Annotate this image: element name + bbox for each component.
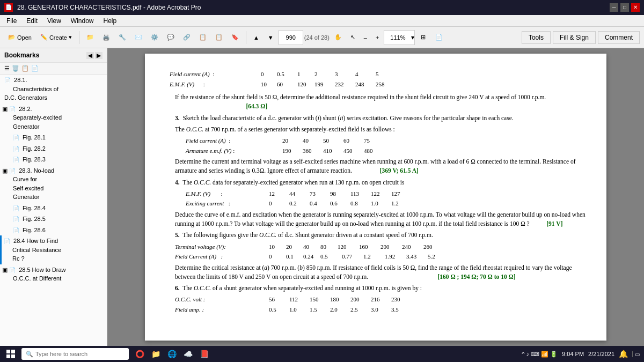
taskbar-cloud[interactable]: ☁️	[181, 348, 194, 360]
q4-arm-label: Armature e.m.f. (V) :	[186, 146, 282, 156]
q7-volt-0: 56	[269, 295, 289, 304]
tool-btn-10[interactable]: 🔖	[228, 29, 243, 46]
fig-28-4-label: Fig. 28.4	[23, 205, 46, 211]
taskbar-file-explorer[interactable]: 📁	[149, 348, 162, 360]
tool-btn-8[interactable]: 📋	[195, 29, 210, 46]
zoom-input[interactable]	[384, 34, 411, 41]
page-view-btn[interactable]: 📄	[431, 29, 447, 46]
tool-btn-4[interactable]: ✉️	[131, 29, 146, 46]
minus-button[interactable]: –	[360, 29, 371, 46]
expand-button[interactable]: ▶	[95, 52, 103, 59]
q7-amp-6: 3.5	[391, 305, 412, 314]
search-icon: 🔍	[26, 351, 33, 358]
close-button[interactable]: ✕	[631, 3, 640, 12]
fc-0: 0	[261, 70, 277, 79]
q6-fc-8: 5.2	[428, 252, 449, 261]
sidebar-icon-2[interactable]: 🗑️	[12, 65, 19, 72]
q6-intro: 5. The following figures give the O.C.C.…	[164, 231, 587, 240]
sidebar-item-fig-28-6[interactable]: 📄 Fig. 28.6	[0, 225, 107, 236]
tree-doc-icon-3: 📄	[13, 135, 19, 141]
q5-exc-1: 0.2	[289, 199, 310, 208]
menu-file[interactable]: File	[2, 16, 21, 26]
document-page: Field current (A) : 0 0.5 1 2 3 4 5 E.M.…	[145, 54, 606, 341]
q4-arm-1: 360	[303, 146, 323, 156]
sidebar-item-28-2[interactable]: ▣ 📄 28.2.Separately-excitedGenerator	[0, 104, 107, 132]
taskbar-date: 2/21/2021	[588, 351, 614, 357]
q6-fc-7: 3.43	[406, 252, 428, 261]
toolbar: 📂 Open ✏️ Create ▾ 📁 🖨️ 🔧 ✉️ ⚙️ 💬 🔗 📋 📋 …	[0, 27, 644, 48]
tree-doc-icon: 📄	[4, 77, 11, 83]
right-toolbar: Tools Fill & Sign Comment	[522, 31, 640, 44]
start-button[interactable]	[4, 348, 17, 360]
menu-help[interactable]: Help	[99, 16, 121, 26]
menu-view[interactable]: View	[43, 16, 65, 26]
comment-button[interactable]: Comment	[598, 31, 640, 44]
q7-volt-1: 112	[289, 295, 310, 304]
sidebar-item-28-3[interactable]: ▣ 📄 28.3. No-loadCurve forSelf-excitedGe…	[0, 165, 107, 203]
nav-up-button[interactable]: ▲	[250, 29, 263, 46]
sidebar-icon-3[interactable]: 📋	[21, 65, 29, 72]
sidebar-item-fig-28-4[interactable]: 📄 Fig. 28.4	[0, 203, 107, 214]
minimize-button[interactable]: ─	[610, 3, 618, 12]
q6-answer: [160 Ω ; 194 Ω; 70 Ω to 10 Ω]	[370, 274, 516, 280]
maximize-button[interactable]: □	[620, 3, 629, 12]
tool-btn-2[interactable]: 🖨️	[99, 29, 114, 46]
sidebar-item-28-1[interactable]: 📄 28.1.Characteristics ofD.C. Generators	[0, 75, 107, 104]
svg-rect-0	[6, 350, 10, 353]
document-area[interactable]: Field current (A) : 0 0.5 1 2 3 4 5 E.M.…	[107, 48, 644, 346]
create-button[interactable]: ✏️ Create ▾	[36, 29, 76, 46]
sidebar-item-label: 28.1.Characteristics ofD.C. Generators	[4, 77, 58, 101]
q5-exc-4: 0.8	[350, 199, 371, 208]
page-number-input[interactable]	[280, 34, 302, 41]
q7-amp-1: 1.0	[289, 305, 310, 314]
select-tool-button[interactable]: ↖	[347, 29, 359, 46]
menu-bar: File Edit View Window Help	[0, 15, 644, 27]
tool-btn-9[interactable]: 📋	[211, 29, 226, 46]
fc-4: 3	[335, 70, 355, 79]
tool-btn-7[interactable]: 🔗	[179, 29, 194, 46]
menu-edit[interactable]: Edit	[22, 16, 42, 26]
taskbar-icons: ⭕ 📁 🌐 ☁️ 📕	[133, 348, 210, 360]
emf-3: 199	[314, 80, 335, 89]
notification-icon[interactable]: 🔔	[619, 350, 628, 358]
fill-sign-button[interactable]: Fill & Sign	[553, 31, 596, 44]
menu-window[interactable]: Window	[67, 16, 98, 26]
sidebar-item-fig-28-2[interactable]: 📄 Fig. 28.2	[0, 143, 107, 154]
sidebar-28-4-label: 28.4 How to FindCritical ResistanceRc ?	[4, 238, 61, 262]
emf-6: 258	[376, 80, 396, 89]
emf-0: 10	[261, 80, 277, 89]
tool-btn-3[interactable]: 🔧	[115, 29, 130, 46]
sidebar-controls: ◀ ▶	[86, 52, 103, 59]
sidebar-item-fig-28-1[interactable]: 📄 Fig. 28.1	[0, 132, 107, 143]
q6-fc-2: 0.24	[303, 252, 320, 261]
search-bar[interactable]: 🔍 Type here to search	[21, 348, 129, 360]
taskbar-cortana[interactable]: ⭕	[133, 348, 146, 360]
open-button[interactable]: 📂 Open	[4, 29, 35, 46]
taskbar-chrome[interactable]: 🌐	[165, 348, 178, 360]
fit-btn[interactable]: ⊞	[417, 29, 429, 46]
sidebar-icon-1[interactable]: ☰	[4, 65, 10, 72]
q4-arm-0: 190	[282, 146, 303, 156]
zoom-dropdown-icon[interactable]: ▾	[411, 34, 414, 41]
sidebar-item-28-5[interactable]: ▣ 📄 28.5 How to DrawO.C.C. at Different	[0, 264, 107, 284]
divider-1	[79, 31, 79, 44]
q4-fc-2: 50	[323, 136, 343, 145]
collapse-button[interactable]: ◀	[86, 52, 94, 59]
tool-btn-1[interactable]: 📁	[83, 29, 98, 46]
sidebar-item-fig-28-3[interactable]: 📄 Fig. 28.3	[0, 154, 107, 165]
hand-tool-button[interactable]: ✋	[331, 29, 346, 46]
tree-doc-icon-7: 📄	[13, 205, 19, 211]
sidebar-icon-4[interactable]: 📄	[31, 65, 39, 72]
tools-button[interactable]: Tools	[522, 31, 551, 44]
nav-down-button[interactable]: ▼	[264, 29, 277, 46]
plus-button[interactable]: +	[372, 29, 383, 46]
tool-btn-6[interactable]: 💬	[163, 29, 178, 46]
sidebar-item-28-4[interactable]: 📄 28.4 How to FindCritical ResistanceRc …	[0, 235, 107, 264]
taskbar-pdf[interactable]: 📕	[197, 348, 210, 360]
tree-doc-icon-5: 📄	[13, 157, 19, 162]
tool-btn-5[interactable]: ⚙️	[147, 29, 162, 46]
sidebar-item-fig-28-5[interactable]: 📄 Fig. 28.5	[0, 213, 107, 225]
svg-rect-1	[11, 350, 15, 353]
q7-volt-6: 230	[391, 295, 412, 304]
show-desktop-icon[interactable]: ▭	[632, 351, 640, 357]
